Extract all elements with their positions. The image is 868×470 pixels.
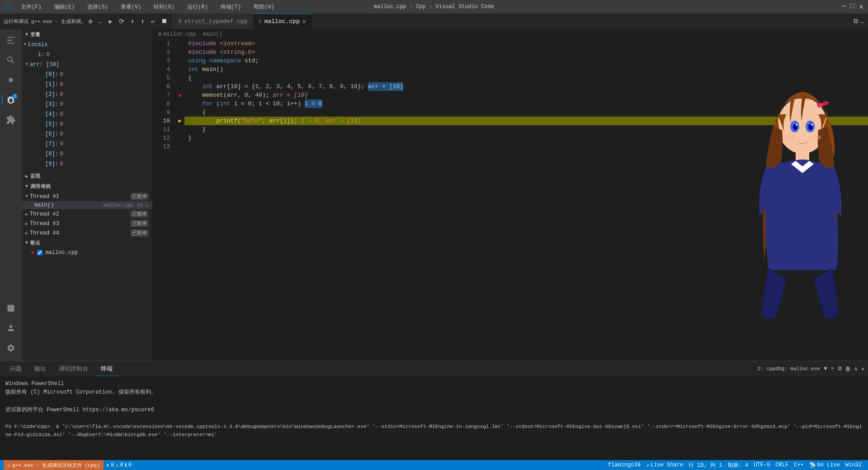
status-go-live[interactable]: 📡 Go Live: [807, 462, 843, 469]
terminal-close-btn[interactable]: ✕: [861, 366, 864, 372]
status-position[interactable]: 行 10, 列 1: [686, 461, 725, 469]
var-i[interactable]: i: 0: [25, 50, 152, 60]
activity-account[interactable]: [2, 319, 20, 337]
terminal-add-btn[interactable]: +: [830, 366, 834, 372]
var-arr-2[interactable]: [2]: 0: [25, 89, 152, 99]
status-spaces[interactable]: 制表: 4: [725, 461, 751, 469]
var-arr-6-name: [6]:: [45, 130, 58, 139]
var-arr-5[interactable]: [5]: 0: [25, 119, 152, 129]
watch-header[interactable]: ▶ 监视: [22, 171, 152, 181]
thread-2-name: Thread #2: [30, 211, 128, 217]
var-arr-8[interactable]: [8]: 0: [25, 149, 152, 159]
panel-tab-output[interactable]: 输出: [28, 362, 52, 376]
status-encoding[interactable]: UTF-8: [751, 462, 773, 468]
var-arr-8-value: 0: [60, 150, 63, 159]
debug-restart-btn[interactable]: ↩: [149, 17, 156, 26]
activity-extensions[interactable]: [2, 111, 20, 129]
terminal-collapse-btn[interactable]: ∧: [854, 366, 858, 372]
menu-view[interactable]: 查看(V): [118, 2, 144, 12]
variables-header[interactable]: ▼ 变量: [22, 29, 152, 40]
terminal-trash-btn[interactable]: 🗑: [845, 366, 851, 372]
menu-run[interactable]: 运行(R): [184, 2, 211, 12]
status-errors[interactable]: ✕ 0 ⚠ 0 ℹ 0: [104, 460, 134, 470]
thread-3[interactable]: ▶ Thread #3 已暂停: [22, 219, 152, 228]
breadcrumb-file[interactable]: malloc.cpp: [163, 31, 196, 38]
panel-tab-debug-console[interactable]: 调试控制台: [52, 362, 94, 376]
code-line-2: #include <string.h>: [184, 48, 868, 56]
debug-continue-btn[interactable]: ▶: [107, 17, 114, 26]
status-line-ending[interactable]: CRLF: [773, 462, 791, 468]
code-line-5: {: [184, 74, 868, 82]
panel-tab-terminal[interactable]: 终端: [94, 362, 119, 376]
tab-malloc[interactable]: C malloc.cpp ✕: [254, 14, 312, 29]
terminal-shell-label[interactable]: 2: cppdbg: malloc.exe: [758, 366, 821, 371]
debug-step-over-btn[interactable]: ⟳: [117, 17, 126, 26]
tab-malloc-name: malloc.cpp: [264, 18, 300, 25]
menu-select[interactable]: 选择(S): [85, 2, 111, 12]
menu-file[interactable]: 文件(F): [18, 2, 44, 12]
debug-settings-btn[interactable]: ⚙: [87, 17, 94, 26]
code-2-space: [216, 48, 220, 56]
var-arr-3[interactable]: [3]: 0: [25, 99, 152, 109]
debug-config[interactable]: g++.exe - 生成和调…: [31, 18, 84, 25]
breakpoints-header[interactable]: ▼ 断点: [22, 238, 152, 248]
breakpoint-1[interactable]: ● malloc.cpp: [22, 248, 152, 257]
code-1-space: [216, 39, 220, 48]
var-arr-9[interactable]: [9]: 0: [25, 159, 152, 169]
menu-help[interactable]: 帮助(H): [251, 2, 277, 12]
split-editor-btn[interactable]: ⧉: [854, 18, 858, 25]
minimize-button[interactable]: ─: [841, 2, 846, 11]
close-button[interactable]: ✕: [859, 2, 863, 11]
bp-checkbox[interactable]: [37, 250, 42, 255]
code-line-10: printf ( "%d\n" , arr[i]); i = 0, arr = …: [184, 117, 868, 125]
terminal-dropdown-btn[interactable]: ▼: [824, 366, 827, 372]
var-arr-1[interactable]: [1]: 0: [25, 80, 152, 89]
activity-debug[interactable]: 1: [2, 91, 20, 109]
tab-struct-typedef[interactable]: C struct_typedef.cpp: [173, 14, 253, 29]
terminal-line-1: Windows PowerShell: [5, 380, 863, 388]
code-container[interactable]: 1 2 3 4 5 6 7 8 9 10 11 12 13: [153, 39, 868, 361]
tab-malloc-close[interactable]: ✕: [302, 18, 306, 25]
debug-step-into-btn[interactable]: ⬇: [129, 17, 136, 26]
var-arr-7[interactable]: [7]: 0: [25, 139, 152, 149]
breadcrumb-symbol[interactable]: main(): [203, 31, 222, 38]
menu-edit[interactable]: 编辑(E): [52, 2, 78, 12]
debug-more-btn[interactable]: …: [97, 17, 104, 26]
activity-scm[interactable]: [2, 71, 20, 89]
var-arr[interactable]: ▼ arr: [10]: [25, 60, 152, 70]
thread-4[interactable]: ▶ Thread #4 已暂停: [22, 228, 152, 238]
callstack-header[interactable]: ▼ 调用堆栈: [22, 181, 152, 192]
frame-main[interactable]: main() malloc.cpp 10:1: [22, 201, 152, 209]
terminal-content[interactable]: Windows PowerShell 版权所有 (C) Microsoft Co…: [0, 377, 868, 460]
maximize-button[interactable]: □: [850, 2, 855, 11]
status-live-share[interactable]: ↗ Live Share: [643, 462, 686, 469]
panel-tab-problems[interactable]: 问题: [4, 362, 28, 376]
activity-explorer[interactable]: [2, 31, 20, 49]
activity-search[interactable]: [2, 51, 20, 69]
code-8-p1: (: [213, 99, 220, 108]
menu-terminal[interactable]: 终端(T): [218, 2, 244, 12]
activity-settings[interactable]: [2, 339, 20, 357]
more-tabs-btn[interactable]: …: [861, 18, 864, 25]
callstack-label: 调用堆栈: [30, 183, 51, 190]
terminal-split-btn[interactable]: ⧉: [838, 366, 842, 372]
thread-1[interactable]: ▼ Thread #1 已暂停: [22, 192, 152, 201]
thread-2[interactable]: ▶ Thread #2 已暂停: [22, 209, 152, 219]
debug-step-out-btn[interactable]: ⬆: [139, 17, 146, 26]
status-debug-area[interactable]: ⚠ g++.exe - 生成调试活动文件 (Cpp): [4, 460, 104, 470]
menu-goto[interactable]: 转到(G): [151, 2, 177, 12]
code-area[interactable]: #include <iostream> #include <string.h> …: [184, 39, 868, 361]
var-arr-4[interactable]: [4]: 0: [25, 109, 152, 119]
var-arr-6[interactable]: [6]: 0: [25, 129, 152, 139]
status-debug-label: g++.exe - 生成调试活动文件 (Cpp): [12, 462, 100, 469]
activity-remote[interactable]: [2, 299, 20, 317]
status-platform[interactable]: Win32: [843, 462, 864, 468]
code-7-end: );: [262, 91, 273, 99]
debug-stop-btn[interactable]: ⏹: [159, 17, 169, 26]
gutter-1: [175, 39, 184, 48]
locals-header[interactable]: ▼ Locals: [25, 40, 152, 50]
status-user[interactable]: 👤 flamingo39: [597, 462, 643, 469]
gutter-2: [175, 48, 184, 56]
var-arr-0[interactable]: [0]: 0: [25, 70, 152, 80]
status-language[interactable]: C++: [791, 462, 807, 468]
